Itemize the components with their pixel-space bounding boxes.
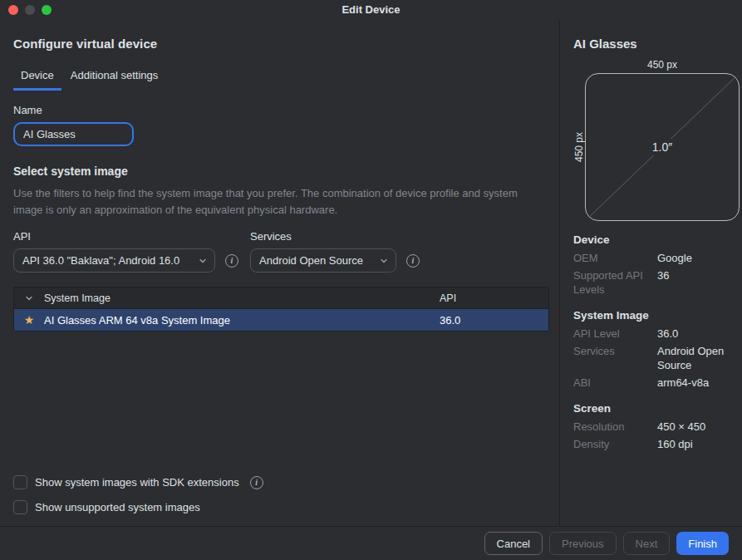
sdk-extensions-checkbox-row: Show system images with SDK extensions i xyxy=(13,475,549,489)
table-header-row: System Image API xyxy=(14,287,548,309)
services-dropdown[interactable]: Android Open Source xyxy=(250,248,396,273)
system-image-table: System Image API ★ AI Glasses ARM 64 v8a… xyxy=(13,287,549,332)
system-image-description: Use the filters to help find the system … xyxy=(13,185,549,219)
tab-bar: Device Additional settings xyxy=(13,64,549,91)
next-button[interactable]: Next xyxy=(623,532,671,555)
screen-outline: 1.0″ xyxy=(585,73,740,221)
previous-button[interactable]: Previous xyxy=(549,532,617,555)
chevron-down-icon xyxy=(379,256,389,266)
sdk-extensions-info-icon[interactable]: i xyxy=(250,476,263,489)
column-header-api[interactable]: API xyxy=(440,292,548,304)
spec-value: arm64-v8a xyxy=(657,376,740,390)
services-info-icon[interactable]: i xyxy=(406,254,420,268)
edit-device-dialog: Edit Device Configure virtual device Dev… xyxy=(0,0,742,560)
system-image-section: System Image API Level 36.0 Services And… xyxy=(573,309,740,390)
screen-preview: 450 px 450 px 1.0″ xyxy=(573,59,740,221)
column-header-system-image[interactable]: System Image xyxy=(44,292,440,304)
spec-row-api-level: API Level 36.0 xyxy=(573,327,740,341)
filters-row: API API 36.0 "Baklava"; Android 16.0 i S… xyxy=(13,230,549,273)
spec-row-services: Services Android Open Source xyxy=(573,344,740,372)
screen-section-heading: Screen xyxy=(573,402,740,415)
device-summary-panel: AI Glasses 450 px 450 px 1.0″ Device OE xyxy=(560,20,742,526)
cancel-button[interactable]: Cancel xyxy=(484,532,543,555)
system-image-section-heading: System Image xyxy=(573,309,740,322)
spec-row-abi: ABI arm64-v8a xyxy=(573,376,740,390)
screen-section: Screen Resolution 450 × 450 Density 160 … xyxy=(573,402,740,451)
spec-value: Google xyxy=(657,251,740,265)
window-title: Edit Device xyxy=(0,3,742,16)
page-title: Configure virtual device xyxy=(13,37,549,51)
spec-label: Resolution xyxy=(573,420,657,434)
spec-value: 36.0 xyxy=(657,327,740,341)
device-section-heading: Device xyxy=(573,233,740,246)
spec-label: Density xyxy=(573,437,657,451)
finish-button[interactable]: Finish xyxy=(676,532,729,555)
spec-label: ABI xyxy=(573,376,657,390)
screen-width-label: 450 px xyxy=(585,59,740,71)
sdk-extensions-checkbox-label: Show system images with SDK extensions xyxy=(35,476,239,489)
screen-height-label: 450 px xyxy=(573,73,585,221)
spec-value: 36 xyxy=(657,268,740,297)
tab-additional-settings[interactable]: Additional settings xyxy=(63,64,166,91)
spec-value: Android Open Source xyxy=(657,344,740,372)
spec-row-density: Density 160 dpi xyxy=(573,437,740,451)
spec-label: Services xyxy=(573,344,657,372)
spec-row-oem: OEM Google xyxy=(573,251,740,265)
name-label: Name xyxy=(13,104,549,116)
unsupported-images-checkbox-row: Show unsupported system images xyxy=(13,500,549,514)
sdk-extensions-checkbox[interactable] xyxy=(13,475,27,489)
api-filter-label: API xyxy=(13,230,250,243)
configure-panel: Configure virtual device Device Addition… xyxy=(0,20,559,526)
title-bar: Edit Device xyxy=(0,0,742,20)
services-filter-label: Services xyxy=(250,230,420,243)
unsupported-images-checkbox[interactable] xyxy=(13,500,27,514)
spec-row-resolution: Resolution 450 × 450 xyxy=(573,420,740,434)
spec-value: 450 × 450 xyxy=(657,420,740,434)
spec-label: OEM xyxy=(573,251,657,265)
dialog-footer: Cancel Previous Next Finish xyxy=(0,526,742,560)
spec-row-supported-api: Supported API Levels 36 xyxy=(573,268,740,297)
api-dropdown-value: API 36.0 "Baklava"; Android 16.0 xyxy=(22,254,179,267)
chevron-down-icon xyxy=(198,256,208,266)
tab-device[interactable]: Device xyxy=(13,64,61,91)
summary-device-title: AI Glasses xyxy=(573,37,740,51)
system-image-api: 36.0 xyxy=(440,314,548,327)
spec-label: Supported API Levels xyxy=(573,268,657,297)
api-dropdown[interactable]: API 36.0 "Baklava"; Android 16.0 xyxy=(13,248,215,273)
services-dropdown-value: Android Open Source xyxy=(259,254,363,267)
name-input[interactable] xyxy=(13,122,134,146)
spec-label: API Level xyxy=(573,327,657,341)
system-image-name: AI Glasses ARM 64 v8a System Image xyxy=(44,314,440,327)
sort-chevron-icon[interactable] xyxy=(24,293,34,303)
empty-space xyxy=(13,332,549,464)
device-section: Device OEM Google Supported API Levels 3… xyxy=(573,233,740,297)
screen-diagonal-label: 1.0″ xyxy=(646,139,678,155)
table-row[interactable]: ★ AI Glasses ARM 64 v8a System Image 36.… xyxy=(14,309,548,331)
unsupported-images-checkbox-label: Show unsupported system images xyxy=(35,501,200,513)
spec-value: 160 dpi xyxy=(657,437,740,451)
star-icon[interactable]: ★ xyxy=(24,314,35,326)
select-system-image-heading: Select system image xyxy=(13,165,549,178)
api-info-icon[interactable]: i xyxy=(225,254,238,268)
